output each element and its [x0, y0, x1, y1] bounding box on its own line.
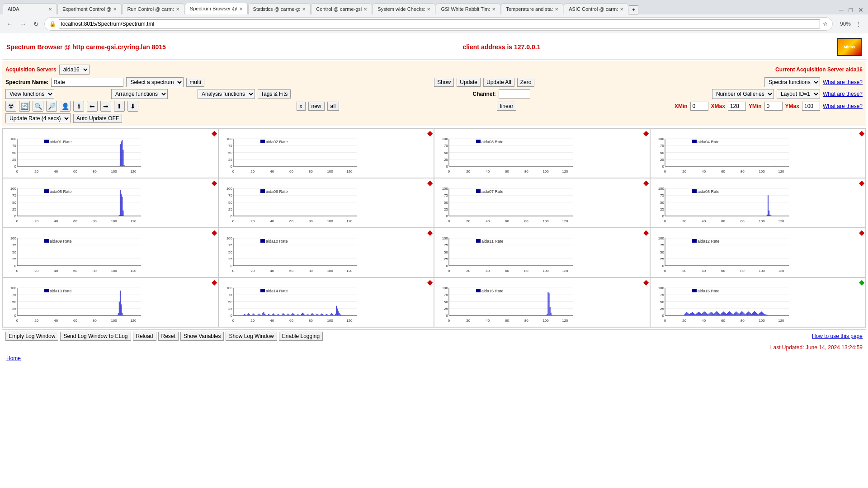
x-button[interactable]: x: [297, 102, 306, 111]
tab-spectrum[interactable]: Spectrum Browser @ ✕: [185, 3, 248, 14]
all-button[interactable]: all: [327, 102, 339, 111]
tab-control[interactable]: Control @ carme-gsi ✕: [311, 3, 372, 14]
chart-cell-aida13[interactable]: ◆: [2, 277, 218, 327]
prev-icon[interactable]: ⬅: [87, 101, 98, 112]
close-icon[interactable]: ✕: [302, 7, 306, 12]
chart-cell-aida15[interactable]: ◆: [434, 277, 650, 327]
reload-button[interactable]: Reload: [133, 332, 156, 341]
page-title: Spectrum Browser @ http carme-gsi.cryrin…: [6, 43, 166, 51]
spectra-functions-select[interactable]: Spectra functions: [764, 77, 820, 87]
view-functions-select[interactable]: View functions: [5, 89, 54, 99]
num-galleries-select[interactable]: Number of Galleries: [712, 89, 774, 99]
chart-cell-aida02[interactable]: ◆: [218, 128, 434, 178]
chart-cell-aida10[interactable]: ◆: [218, 228, 434, 277]
last-updated: Last Updated: June 14, 2024 13:24:59: [2, 343, 866, 352]
xmin-input[interactable]: [690, 102, 708, 111]
chart-cell-aida16[interactable]: ◆: [650, 277, 866, 327]
show-variables-button[interactable]: Show Variables: [180, 332, 224, 341]
restore-button[interactable]: □: [847, 5, 854, 14]
ymax-input[interactable]: [802, 102, 820, 111]
close-icon[interactable]: ✕: [427, 7, 430, 12]
chart-cell-aida14[interactable]: ◆: [218, 277, 434, 327]
aida13-canvas: [5, 280, 145, 323]
chart-cell-aida03[interactable]: ◆: [434, 128, 650, 178]
chart-cell-aida09[interactable]: ◆: [2, 228, 218, 277]
zoom-out-icon[interactable]: 🔎: [46, 101, 57, 112]
what-these-3[interactable]: What are these?: [823, 103, 863, 109]
how-to-use[interactable]: How to use this page: [812, 333, 863, 339]
forward-button[interactable]: →: [18, 19, 28, 28]
chart-cell-aida11[interactable]: ◆: [434, 228, 650, 277]
xmax-input[interactable]: [728, 102, 746, 111]
show-log-button[interactable]: Show Log Window: [226, 332, 277, 341]
what-these-1[interactable]: What are these?: [823, 79, 863, 85]
down-icon[interactable]: ⬇: [127, 101, 138, 112]
star-icon[interactable]: ☆: [823, 21, 828, 27]
tab-gsi[interactable]: GSI White Rabbit Tim: ✕: [436, 3, 500, 14]
empty-log-button[interactable]: Empty Log Window: [5, 332, 58, 341]
tags-fits-button[interactable]: Tags & Fits: [258, 89, 291, 99]
update-all-button[interactable]: Update All: [483, 78, 514, 87]
show-button[interactable]: Show: [434, 78, 454, 87]
close-icon[interactable]: ✕: [113, 7, 117, 12]
channel-input[interactable]: [499, 89, 530, 99]
close-icon[interactable]: ✕: [363, 7, 367, 12]
spectrum-name-input[interactable]: [51, 78, 123, 87]
new-button[interactable]: new: [308, 102, 325, 111]
tab-label: Run Control @ carm:: [127, 6, 174, 12]
tab-experiment[interactable]: Experiment Control @ ✕: [57, 3, 122, 14]
chart-cell-aida07[interactable]: ◆: [434, 178, 650, 228]
info-icon[interactable]: ℹ: [73, 101, 84, 112]
acq-server-select[interactable]: aida16: [59, 65, 90, 75]
close-window-button[interactable]: ✕: [856, 5, 865, 14]
tab-run[interactable]: Run Control @ carm: ✕: [122, 3, 184, 14]
back-button[interactable]: ←: [5, 19, 14, 28]
home-link[interactable]: Home: [6, 355, 21, 361]
tab-system[interactable]: System wide Checks: ✕: [373, 3, 435, 14]
extensions-button[interactable]: ⋮: [854, 19, 863, 28]
analysis-functions-select[interactable]: Analysis functions: [198, 89, 255, 99]
arrange-functions-select[interactable]: Arrange functions: [111, 89, 168, 99]
tab-aida[interactable]: AIDA ✕: [3, 3, 57, 14]
update-button[interactable]: Update: [457, 78, 481, 87]
chart-cell-aida06[interactable]: ◆: [218, 178, 434, 228]
ymin-input[interactable]: [764, 102, 783, 111]
what-these-2[interactable]: What are these?: [823, 91, 863, 97]
close-icon[interactable]: ✕: [176, 7, 179, 12]
close-icon[interactable]: ✕: [239, 6, 243, 11]
zoom-in-icon[interactable]: 🔍: [33, 101, 43, 112]
linear-button[interactable]: linear: [497, 102, 516, 111]
address-bar[interactable]: 🔒 ☆: [44, 17, 833, 31]
tab-statistics[interactable]: Statistics @ carme-g: ✕: [248, 3, 311, 14]
close-icon[interactable]: ✕: [555, 7, 558, 12]
layout-id-select[interactable]: Layout ID=1: [777, 89, 820, 99]
close-icon[interactable]: ✕: [492, 7, 495, 12]
sync-icon[interactable]: 🔄: [19, 101, 30, 112]
send-log-button[interactable]: Send Log Window to ELog: [60, 332, 131, 341]
next-icon[interactable]: ➡: [100, 101, 111, 112]
chart-cell-aida05[interactable]: ◆: [2, 178, 218, 228]
select-spectrum-dropdown[interactable]: Select a spectrum: [126, 77, 184, 87]
chart-cell-aida12[interactable]: ◆: [650, 228, 866, 277]
aida04-canvas: [652, 131, 793, 174]
multi-button[interactable]: multi: [186, 78, 204, 87]
reset-button[interactable]: Reset: [158, 332, 179, 341]
minimize-button[interactable]: ─: [837, 5, 845, 14]
zero-button[interactable]: Zero: [517, 78, 535, 87]
chart-cell-aida04[interactable]: ◆: [650, 128, 866, 178]
user-icon[interactable]: 👤: [60, 101, 71, 112]
radiation-icon[interactable]: ☢: [5, 101, 16, 112]
chart-cell-aida08[interactable]: ◆: [650, 178, 866, 228]
chart-cell-aida01[interactable]: ◆: [2, 128, 218, 178]
tab-asic[interactable]: ASIC Control @ carm: ✕: [564, 3, 628, 14]
refresh-button[interactable]: ↻: [32, 19, 41, 28]
update-rate-select[interactable]: Update Rate (4 secs): [5, 113, 71, 123]
auto-update-button[interactable]: Auto Update OFF: [73, 114, 122, 123]
close-icon[interactable]: ✕: [620, 7, 623, 12]
url-input[interactable]: [59, 19, 820, 28]
enable-logging-button[interactable]: Enable Logging: [279, 332, 323, 341]
new-tab-button[interactable]: +: [629, 5, 638, 14]
up-icon[interactable]: ⬆: [114, 101, 125, 112]
close-icon[interactable]: ✕: [48, 7, 52, 12]
tab-temperature[interactable]: Temperature and sta: ✕: [501, 3, 563, 14]
